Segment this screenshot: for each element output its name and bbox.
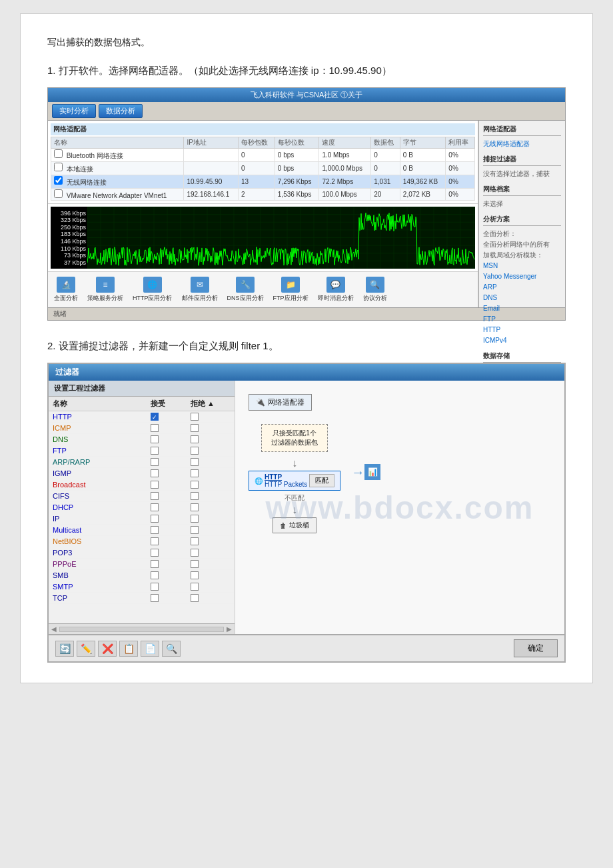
adapter-checkbox[interactable] — [54, 176, 63, 185]
confirm-btn[interactable]: 确定 — [514, 639, 558, 657]
filter-list-row[interactable]: FTP — [49, 445, 235, 457]
data-analysis-btn[interactable]: 数据分析 — [99, 104, 143, 118]
accept-checkbox[interactable] — [151, 492, 159, 500]
match-btn[interactable]: 匹配 — [309, 474, 334, 487]
filter-list-row[interactable]: Multicast — [49, 525, 235, 536]
reject-checkbox[interactable] — [191, 469, 199, 477]
adapter-row[interactable]: 本地连接 0 0 bps 1,000.0 Mbps 0 0 B 0% — [51, 162, 475, 175]
adapter-packets: 1,031 — [371, 175, 400, 189]
dns-analysis-btn[interactable]: 🔧 DNS应用分析 — [224, 275, 267, 305]
adapter-speed: 72.2 Mbps — [319, 175, 371, 189]
filter-list-row[interactable]: POP3 — [49, 547, 235, 559]
accept-checkbox[interactable] — [151, 526, 159, 534]
filter-list-row[interactable]: ICMP — [49, 423, 235, 434]
reject-checkbox[interactable] — [191, 594, 199, 602]
instant-analysis-btn[interactable]: 💬 即时消息分析 — [314, 275, 357, 305]
scroll-left-arrow[interactable]: ◀ — [51, 625, 57, 633]
protocol-analysis-btn[interactable]: 🔍 协议分析 — [360, 275, 390, 305]
reject-checkbox[interactable] — [191, 560, 199, 568]
reject-checkbox[interactable] — [191, 515, 199, 523]
strategy-analysis-btn[interactable]: ≡ 策略服务分析 — [84, 275, 127, 305]
http-label: HTTP应用分析 — [133, 294, 173, 303]
filter-add-btn[interactable]: 🔄 — [55, 641, 74, 657]
reject-checkbox[interactable] — [191, 492, 199, 500]
accept-checkbox[interactable] — [151, 549, 159, 557]
filter-name-label: NetBIOS — [53, 537, 151, 545]
accept-checkbox[interactable] — [151, 447, 159, 455]
reject-checkbox[interactable] — [191, 481, 199, 489]
accept-checkbox[interactable] — [151, 424, 159, 432]
flow-arrow-down-2: ↓ — [292, 504, 297, 516]
accept-checkbox[interactable] — [151, 571, 159, 579]
reject-checkbox[interactable] — [191, 583, 199, 591]
accept-checkbox[interactable] — [151, 503, 159, 511]
filter-list-row[interactable]: CIFS — [49, 491, 235, 502]
filter-delete-btn[interactable]: ❌ — [98, 641, 117, 657]
filter-list-row[interactable]: IGMP — [49, 468, 235, 479]
accept-checkbox[interactable] — [151, 560, 159, 568]
col-ip: IP地址 — [184, 137, 239, 149]
accept-checkbox[interactable] — [151, 594, 159, 602]
adapter-checkbox[interactable] — [54, 149, 63, 158]
filter-list-row[interactable]: NetBIOS — [49, 536, 235, 547]
accept-checkbox[interactable] — [151, 583, 159, 591]
accept-checkbox[interactable] — [151, 481, 159, 489]
adapter-row[interactable]: 无线网络连接 10.99.45.90 13 7,296 Kbps 72.2 Mb… — [51, 175, 475, 189]
adapter-bps: 1,536 Kbps — [275, 189, 319, 201]
reject-checkbox[interactable] — [191, 503, 199, 511]
reject-checkbox[interactable] — [191, 526, 199, 534]
adapter-row[interactable]: VMware Network Adapter VMnet1 192.168.14… — [51, 189, 475, 201]
accept-checkbox[interactable] — [151, 515, 159, 523]
adapter-checkbox[interactable] — [54, 189, 63, 198]
right-analysis-load: 加载局域分析模块： — [483, 250, 561, 261]
adapter-checkbox[interactable] — [54, 163, 63, 171]
filter-list-row[interactable]: IP — [49, 513, 235, 525]
http-analysis-btn[interactable]: 🌐 HTTP应用分析 — [129, 275, 176, 305]
filter-copy-btn[interactable]: 📋 — [119, 641, 138, 657]
filter-list-row[interactable]: ARP/RARP — [49, 457, 235, 468]
adapter-util: 0% — [446, 162, 475, 175]
adapter-ip — [184, 149, 239, 162]
filter-list-row[interactable]: SMTP — [49, 581, 235, 593]
filter-paste-btn[interactable]: 📄 — [141, 641, 159, 657]
realtime-analysis-btn[interactable]: 实时分析 — [52, 104, 96, 118]
reject-checkbox[interactable] — [191, 424, 199, 432]
reject-checkbox[interactable] — [191, 413, 199, 421]
scroll-right-arrow[interactable]: ▶ — [227, 625, 232, 633]
filter-list-row[interactable]: SMB — [49, 570, 235, 581]
reject-checkbox[interactable] — [191, 435, 199, 443]
filter-list-row[interactable]: DNS — [49, 434, 235, 445]
right-net-adapter: 网络适配器 无线网络适配器 — [483, 125, 561, 149]
adapter-row[interactable]: Bluetooth 网络连接 0 0 bps 1.0 Mbps 0 0 B 0% — [51, 149, 475, 162]
filter-scrollbar[interactable]: ◀ ▶ — [49, 623, 235, 634]
ftp-analysis-btn[interactable]: 📁 FTP应用分析 — [270, 275, 312, 305]
filter-list-row[interactable]: PPPoE — [49, 559, 235, 570]
accept-checkbox[interactable] — [151, 435, 159, 443]
reject-checkbox[interactable] — [191, 458, 199, 466]
reject-checkbox[interactable] — [191, 571, 199, 579]
reject-checkbox[interactable] — [191, 537, 199, 545]
filter-search-btn[interactable]: 🔍 — [162, 641, 181, 657]
filter-list-row[interactable]: DHCP — [49, 502, 235, 513]
filter-list-row[interactable]: HTTP — [49, 411, 235, 423]
accept-checkbox[interactable] — [151, 537, 159, 545]
right-analysis-msn: MSN — [483, 261, 561, 271]
accept-checkbox[interactable] — [151, 413, 159, 421]
trash-icon: 🗑 — [280, 522, 287, 529]
scroll-track[interactable] — [59, 627, 224, 632]
full-analysis-icon: 🔬 — [57, 277, 75, 293]
reject-checkbox[interactable] — [191, 549, 199, 557]
accept-checkbox[interactable] — [151, 469, 159, 477]
accept-checkbox[interactable] — [151, 458, 159, 466]
mail-analysis-btn[interactable]: ✉ 邮件应用分析 — [179, 275, 221, 305]
filter-edit-btn[interactable]: ✏️ — [77, 641, 95, 657]
net-adapters-section: 网络适配器 名称 IP地址 每秒包数 每秒位数 速度 数据包 字节 — [48, 121, 478, 204]
adapter-ip — [184, 162, 239, 175]
filter-list-row[interactable]: TCP — [49, 593, 235, 604]
filter-name-label: PPPoE — [53, 560, 151, 568]
app-titlebar-1: 飞入科研软件 与CSNA社区 ①关于 — [48, 88, 565, 102]
full-analysis-btn[interactable]: 🔬 全面分析 — [51, 275, 81, 305]
filter-list-row[interactable]: Broadcast — [49, 479, 235, 491]
right-capture-filter: 捕捉过滤器 没有选择过滤器，捕获 — [483, 155, 561, 179]
reject-checkbox[interactable] — [191, 447, 199, 455]
